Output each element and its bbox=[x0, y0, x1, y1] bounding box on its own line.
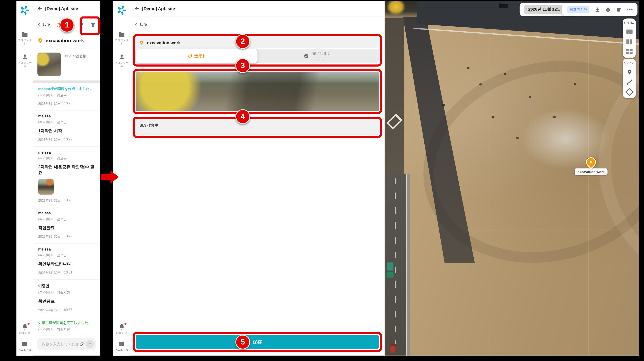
comment-timestamp: 2023年8月30日 13:26 bbox=[38, 101, 95, 106]
save-button[interactable]: 保存 bbox=[136, 335, 379, 349]
sidebar-item-profile[interactable]: プロフィール bbox=[114, 54, 129, 68]
grid-view-button[interactable] bbox=[626, 49, 632, 54]
edit-toolbar: 戻る bbox=[130, 16, 384, 33]
tools-panel-label: 도구 추가 bbox=[624, 61, 635, 65]
sidebar-item-manual[interactable]: マニュアル bbox=[17, 340, 32, 352]
panel-header: [Demo] Apt. site bbox=[33, 1, 100, 16]
description-input[interactable]: BL3 作業中 bbox=[139, 122, 377, 134]
check-circle-icon bbox=[304, 53, 309, 58]
comment-date: 2023年8月30日 bbox=[38, 271, 61, 275]
issue-title-field bbox=[136, 38, 379, 48]
sidebar-item-label: マニュアル bbox=[114, 348, 129, 352]
comment-item[interactable]: meissa (주)메이사 김보근 작업완료 2023年8月30日 13:29 bbox=[33, 207, 100, 244]
comment-time: 09:38 bbox=[64, 308, 72, 312]
issue-edit-panel: [Demo] Apt. site 戻る 進行中 bbox=[130, 1, 385, 356]
section-divider bbox=[33, 80, 100, 83]
comment-input[interactable] bbox=[41, 342, 79, 346]
map-toolbar: 최고 관리자 bbox=[562, 3, 638, 16]
comment-meta: (주)메이사 김보근 bbox=[38, 120, 95, 124]
comment-body: 확인부탁드립니다. bbox=[38, 261, 95, 267]
comment-date: 2023年9月12日 bbox=[38, 308, 61, 312]
map-marker-excavation-work[interactable]: excavation work bbox=[574, 157, 607, 175]
issue-photo[interactable] bbox=[136, 72, 379, 111]
comment-author: 김보근 bbox=[57, 156, 66, 160]
map-canvas[interactable]: 2020년 11월 12일 (목) 최고 관리자 현장 비교 ↔ 도구 추가 bbox=[385, 1, 639, 356]
tab-completed[interactable]: 完了しました。 bbox=[257, 49, 378, 63]
annotation-step-4: 4 bbox=[235, 109, 250, 124]
notification-dot bbox=[28, 323, 30, 325]
issue-photo-thumbnail[interactable] bbox=[38, 52, 61, 76]
download-icon[interactable] bbox=[595, 7, 600, 12]
measure-line-button[interactable] bbox=[626, 79, 632, 84]
add-marker-button[interactable] bbox=[626, 70, 632, 75]
comment-time: 13:27 bbox=[64, 138, 72, 142]
map-road-edge bbox=[385, 18, 404, 178]
marker-pin-icon bbox=[38, 37, 43, 44]
attach-file-icon[interactable] bbox=[79, 342, 84, 346]
grid-view-icon bbox=[626, 49, 632, 54]
comment-list: meissa様が問題を作成しました。 (주)메이사 김보근 2023年8月30日… bbox=[33, 83, 100, 335]
sidebar-item-projects[interactable]: プロジェクト bbox=[114, 31, 129, 45]
sidebar-item-notifications[interactable]: お知らせ bbox=[114, 324, 129, 335]
comment-photo-thumbnail[interactable] bbox=[38, 179, 54, 195]
map-debris bbox=[467, 67, 469, 69]
comment-item[interactable]: meissa様が問題を作成しました。 (주)메이사 김보근 2023年8月30日… bbox=[33, 83, 100, 110]
annotation-arrow bbox=[100, 170, 119, 184]
back-arrow-icon[interactable] bbox=[38, 6, 42, 11]
comment-timestamp: 2023年8月30日 13:31 bbox=[38, 271, 95, 275]
back-button[interactable]: 戻る bbox=[43, 22, 51, 27]
issue-detail-panel: [Demo] Apt. site 戻る 1 excavation work BL… bbox=[33, 1, 100, 356]
sidebar-item-projects[interactable]: プロジェクト bbox=[17, 31, 32, 45]
map-lane-marking bbox=[395, 178, 396, 354]
comment-input-area bbox=[33, 335, 100, 356]
sidebar-item-manual[interactable]: マニュアル bbox=[114, 340, 129, 352]
comment-author: 기술지원 bbox=[57, 327, 70, 332]
chevron-left-icon[interactable] bbox=[134, 23, 138, 26]
back-arrow-icon[interactable] bbox=[134, 6, 139, 11]
issue-title-input[interactable] bbox=[146, 40, 375, 46]
comment-org: (주)메이사 bbox=[38, 156, 54, 160]
comment-item[interactable]: meissa (주)메이사 김보근 확인부탁드립니다. 2023年8月30日 1… bbox=[33, 244, 100, 280]
comment-meta: (주)메이사 김보근 bbox=[38, 217, 95, 222]
sidebar-item-notifications[interactable]: お知らせ bbox=[17, 324, 32, 335]
comment-meta: (주)메이사 기술지원 bbox=[38, 327, 95, 332]
comment-body: 확인완료 bbox=[38, 298, 95, 304]
archive-icon[interactable] bbox=[616, 7, 622, 12]
comment-item[interactable]: 이종민様が問題を完了しました。 (주)메이사 기술지원 2023年9月12日 0… bbox=[33, 317, 100, 335]
more-options-icon[interactable] bbox=[627, 9, 632, 10]
next-date-icon[interactable] bbox=[524, 7, 528, 12]
print-icon[interactable] bbox=[606, 7, 611, 12]
chevron-left-icon[interactable] bbox=[38, 23, 41, 26]
meissa-logo-icon[interactable] bbox=[20, 5, 30, 15]
back-button[interactable]: 戻る bbox=[140, 22, 148, 27]
comment-timestamp: 2023年8月30日 13:27 bbox=[38, 138, 95, 142]
map-car bbox=[390, 344, 396, 353]
comment-item[interactable]: meissa (주)메이사 김보근 1차작업 시작 2023年8月30日 13:… bbox=[33, 110, 100, 147]
status-tabs: 進行中 完了しました。 bbox=[136, 49, 379, 63]
polygon-tool-icon bbox=[625, 88, 634, 96]
issue-detail-window: プロジェクト プロフィール お知らせ マニュアル [Demo] Apt. sit… bbox=[16, 1, 100, 356]
split-view-button[interactable] bbox=[626, 39, 632, 44]
arrow-up-icon bbox=[88, 342, 92, 346]
add-tools-panel: 도구 추가 bbox=[623, 59, 636, 98]
comment-body: 작업완료 bbox=[38, 225, 95, 231]
app-sidebar: プロジェクト プロフィール お知らせ マニュアル bbox=[16, 1, 34, 356]
sidebar-item-profile[interactable]: プロフィール bbox=[17, 54, 32, 68]
polygon-button[interactable] bbox=[626, 89, 632, 94]
meissa-logo-icon[interactable] bbox=[117, 5, 126, 15]
comment-item[interactable]: 이종민 (주)메이사 기술지원 확인완료 2023年9月12日 09:38 bbox=[33, 280, 100, 317]
issue-photo-caption: BL3 작업현황 bbox=[65, 54, 86, 76]
swipe-compare-button[interactable]: ↔ bbox=[626, 29, 632, 34]
annotation-box-photo bbox=[133, 69, 382, 114]
comment-body: 1차작업 시작 bbox=[38, 128, 95, 134]
comment-author: 김보근 bbox=[57, 120, 66, 124]
annotation-step-3: 3 bbox=[235, 58, 250, 73]
comment-org: (주)메이사 bbox=[38, 120, 54, 124]
folder-icon bbox=[118, 31, 125, 38]
role-badge: 최고 관리자 bbox=[567, 6, 589, 13]
send-comment-button[interactable] bbox=[86, 340, 94, 348]
sidebar-item-label: お知らせ bbox=[116, 331, 127, 334]
sidebar-item-label: プロフィール bbox=[17, 61, 32, 68]
comment-time: 13:28 bbox=[64, 198, 72, 203]
comment-item[interactable]: meissa (주)메이사 김보근 2차작업 내용공유 확인/검수 필요 202… bbox=[33, 146, 100, 207]
